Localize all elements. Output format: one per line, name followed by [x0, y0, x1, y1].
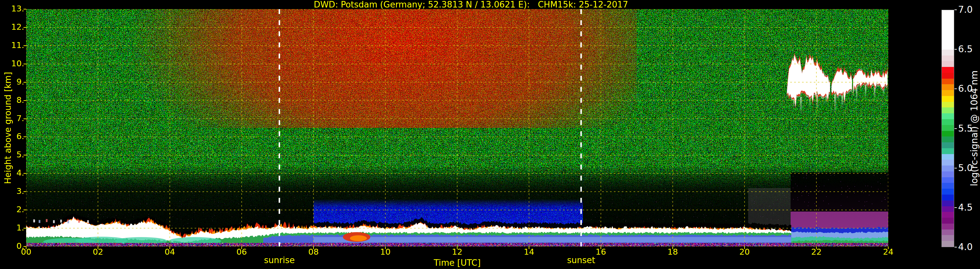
- y-tick-label: 9.: [1, 78, 24, 86]
- colorbar-band: [942, 183, 954, 189]
- colorbar-band: [942, 102, 954, 108]
- colorbar-band: [942, 212, 954, 218]
- x-tick-mark: [385, 247, 386, 249]
- y-tick-label: 4.: [1, 169, 24, 177]
- colorbar-tick-mark: [955, 207, 957, 208]
- colorbar-band: [942, 131, 954, 137]
- colorbar-band: [942, 189, 954, 194]
- x-tick-mark: [744, 247, 745, 249]
- y-tick-mark: [24, 118, 26, 119]
- speck: [46, 219, 48, 222]
- colorbar-band: [942, 201, 954, 206]
- x-axis-label: Time [UTC]: [418, 259, 496, 267]
- colorbar-band: [942, 177, 954, 183]
- colorbar-band: [942, 194, 954, 201]
- colorbar-band: [942, 73, 954, 79]
- lidar-backscatter-plot: [26, 9, 888, 247]
- y-tick-label: 13.: [1, 5, 24, 13]
- figure-canvas: DWD: Potsdam (Germany; 52.3813 N / 13.06…: [0, 0, 980, 269]
- x-tick-mark: [672, 247, 673, 249]
- colorbar-band: [942, 171, 954, 177]
- x-tick-mark: [98, 247, 98, 249]
- x-tick-mark: [816, 247, 817, 249]
- colorbar-band: [942, 56, 954, 61]
- colorbar-band: [942, 10, 954, 49]
- y-tick-label: 1.: [1, 224, 24, 232]
- y-tick-label: 11.: [1, 41, 24, 49]
- colorbar-tick-mark: [955, 247, 957, 247]
- colorbar-band: [942, 166, 954, 171]
- colorbar-band: [942, 218, 954, 224]
- orange-patch: [350, 236, 367, 241]
- colorbar: [942, 10, 954, 247]
- colorbar-band: [942, 241, 954, 247]
- y-tick-mark: [24, 173, 26, 173]
- y-tick-mark: [24, 64, 26, 64]
- colorbar-tick-mark: [955, 168, 957, 169]
- y-tick-label: 7.: [1, 114, 24, 123]
- colorbar-band: [942, 160, 954, 166]
- speck: [78, 220, 80, 223]
- colorbar-tick-mark: [955, 10, 957, 10]
- y-tick-mark: [24, 100, 26, 101]
- colorbar-band: [942, 61, 954, 67]
- sunset-label: sunset: [555, 256, 608, 264]
- colorbar-tick-label: 4.5: [958, 203, 980, 213]
- colorbar-band: [942, 148, 954, 154]
- colorbar-band: [942, 84, 954, 90]
- speck: [53, 220, 55, 223]
- colorbar-tick-label: 6.5: [958, 45, 980, 54]
- colorbar-band: [942, 206, 954, 212]
- y-tick-mark: [24, 45, 26, 46]
- sunrise-label: sunrise: [253, 256, 305, 264]
- colorbar-tick-label: 6.0: [958, 84, 980, 94]
- x-tick-mark: [529, 247, 529, 249]
- colorbar-band: [942, 119, 954, 125]
- y-tick-mark: [24, 191, 26, 192]
- x-tick-mark: [601, 247, 601, 249]
- colorbar-tick-label: 5.5: [958, 124, 980, 134]
- y-tick-label: 10.: [1, 59, 24, 68]
- speck: [87, 220, 89, 223]
- colorbar-tick-mark: [955, 128, 957, 129]
- y-tick-label: 2.: [1, 205, 24, 214]
- colorbar-band: [942, 90, 954, 96]
- speck: [60, 220, 62, 223]
- colorbar-band: [942, 79, 954, 84]
- colorbar-band: [942, 49, 954, 56]
- virga-streak: [842, 95, 843, 108]
- colorbar-band: [942, 142, 954, 148]
- y-tick-label: 6.: [1, 132, 24, 141]
- y-tick-mark: [24, 82, 26, 83]
- colorbar-band: [942, 137, 954, 142]
- x-tick-mark: [888, 247, 889, 249]
- x-tick-mark: [313, 247, 314, 249]
- speck: [68, 220, 69, 223]
- colorbar-band: [942, 96, 954, 102]
- y-axis-label: Height above ground [km]: [3, 72, 12, 184]
- y-tick-mark: [24, 228, 26, 229]
- colorbar-band: [942, 67, 954, 73]
- x-tick-mark: [457, 247, 458, 249]
- x-tick-mark: [169, 247, 170, 249]
- magenta-region-noise: [791, 172, 888, 212]
- x-tick-mark: [241, 247, 242, 249]
- speck: [33, 220, 35, 222]
- y-tick-label: 12.: [1, 23, 24, 31]
- colorbar-tick-label: 4.0: [958, 242, 980, 252]
- colorbar-tick-label: 7.0: [958, 5, 980, 15]
- colorbar-tick-mark: [955, 89, 957, 89]
- grey-transition-tint: [748, 188, 791, 229]
- colorbar-band: [942, 125, 954, 131]
- colorbar-band: [942, 154, 954, 160]
- y-tick-mark: [24, 155, 26, 155]
- virga-streak: [800, 97, 802, 115]
- x-tick-mark: [26, 247, 27, 249]
- colorbar-band: [942, 113, 954, 119]
- colorbar-band: [942, 107, 954, 113]
- y-tick-mark: [24, 210, 26, 210]
- colorbar-band: [942, 235, 954, 241]
- y-tick-mark: [24, 246, 26, 247]
- colorbar-tick-label: 5.0: [958, 163, 980, 173]
- y-tick-mark: [24, 137, 26, 137]
